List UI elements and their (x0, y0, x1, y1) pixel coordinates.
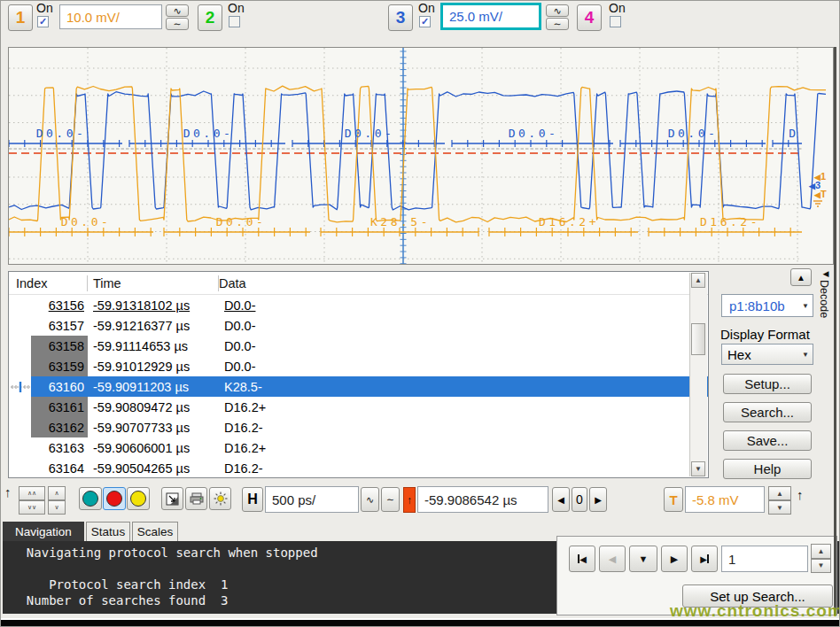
scroll-down-icon[interactable]: ▼ (691, 461, 705, 476)
vertical-offset-spinner[interactable]: ∧ ∨ (48, 486, 66, 515)
search-button[interactable]: Search... (723, 402, 812, 422)
pan-right-icon[interactable]: ▶ (589, 487, 607, 512)
print-icon[interactable] (185, 487, 207, 510)
channel-1-waveshape-noisy-icon[interactable]: ∿ (166, 4, 189, 17)
cell-data: D0.0- (219, 360, 708, 374)
single-button[interactable] (127, 487, 150, 510)
channel-2-on-checkbox[interactable] (229, 16, 240, 27)
channel-4-button[interactable]: 4 (577, 4, 602, 31)
channel-1-waveshape-smooth-icon[interactable]: ∼ (166, 18, 189, 30)
setup-button[interactable]: Setup... (723, 374, 812, 394)
save-button[interactable]: Save... (723, 430, 812, 451)
panel-collapse-up-icon[interactable]: ▲ (790, 268, 812, 286)
table-row[interactable]: 63163 -59.90606001 µs D16.2+ (9, 437, 708, 458)
channel-4-on-checkbox[interactable] (610, 16, 621, 27)
spin-down-icon[interactable]: ∨ (48, 500, 66, 515)
table-row[interactable]: 63164 -59.90504265 µs D16.2- (9, 458, 708, 478)
tab-scales[interactable]: Scales (132, 522, 178, 541)
col-header-index[interactable]: Index (9, 275, 88, 291)
listing-body: 63156 -59.91318102 µs D0.0- 63157 -59.91… (9, 295, 708, 478)
trigger-level-marker-icon[interactable]: ◀T (814, 190, 827, 199)
decode-sidebar[interactable]: ◀ Decode (818, 269, 834, 349)
table-row[interactable]: 63161 -59.90809472 µs D16.2+ (9, 397, 708, 417)
trigger-position-marker-icon[interactable]: ↑ (403, 487, 416, 513)
decode-source-dropdown[interactable]: p1:8b10b ▼ (721, 294, 813, 317)
table-row[interactable]: 63158 -59.91114653 µs D0.0- (9, 336, 708, 356)
spin-up-icon[interactable]: ▲ (811, 544, 831, 559)
display-format-dropdown[interactable]: Hex ▼ (721, 344, 813, 365)
run-button[interactable] (79, 487, 102, 510)
help-button[interactable]: Help (723, 459, 812, 479)
spin-up-icon[interactable]: ∧ (48, 486, 66, 500)
trigger-level-spinner[interactable]: ▲ ▼ (768, 486, 791, 515)
decode-sidebar-label: Decode (818, 280, 830, 318)
tab-status[interactable]: Status (86, 522, 130, 541)
trigger-level-field[interactable]: -5.8 mV (685, 486, 765, 513)
stop-button[interactable] (103, 487, 126, 510)
nav-next-button[interactable]: ▶ (661, 546, 688, 572)
search-index-spinner[interactable]: ▲ ▼ (811, 544, 831, 573)
nav-previous-button[interactable]: ◀ (599, 546, 626, 572)
horizontal-button[interactable]: H (242, 487, 263, 512)
normal-waveform-icon[interactable]: ∼ (381, 487, 400, 512)
table-row[interactable]: 63159 -59.91012929 µs D0.0- (9, 356, 708, 376)
cell-data: D16.2- (219, 461, 708, 476)
svg-text:K28.5-: K28.5- (370, 215, 431, 228)
chevron-down-icon: ▼ (798, 302, 813, 310)
spin-down-icon[interactable]: ▼ (768, 500, 791, 515)
row-gutter (9, 341, 31, 352)
zoom-waveform-icon[interactable]: ∿ (361, 487, 379, 512)
channel-3-button[interactable]: 3 (388, 4, 413, 31)
channel-2-button[interactable]: 2 (198, 4, 222, 31)
channel-3-waveshape-smooth-icon[interactable]: ∼ (546, 18, 569, 30)
decode-source-value: p1:8b10b (722, 298, 785, 314)
spin-down-icon[interactable]: ▼ (811, 559, 831, 574)
search-index-field[interactable]: 1 (721, 546, 808, 572)
listing-scrollbar[interactable]: ▲ ▼ (689, 273, 707, 476)
zero-position-button[interactable]: 0 (572, 487, 587, 512)
svg-text:D0.0-: D0.0- (61, 215, 112, 228)
channel-1-on-checkbox[interactable]: ✓ (37, 16, 49, 27)
cell-time: -59.90707733 µs (88, 421, 219, 435)
channel-2-on-label: On (228, 1, 245, 15)
scroll-up-icon[interactable]: ▲ (691, 273, 705, 288)
nav-first-button[interactable]: ◀ (569, 546, 595, 572)
pan-left-icon[interactable]: ◀ (552, 487, 570, 512)
trigger-button[interactable]: T (664, 487, 683, 512)
screen-capture-icon[interactable] (161, 487, 183, 510)
nav-stop-button[interactable]: ▼ (629, 546, 657, 572)
table-row[interactable]: 63160 -59.90911203 µs K28.5- (9, 376, 708, 397)
spin-down-icon[interactable]: ∨∨ (19, 500, 45, 515)
table-row[interactable]: 63156 -59.91318102 µs D0.0- (9, 295, 708, 315)
spin-up-icon[interactable]: ∧∧ (19, 486, 45, 500)
channel-3-waveshape-noisy-icon[interactable]: ∿ (546, 4, 569, 17)
timebase-field[interactable]: 500 ps/ (265, 486, 359, 513)
watermark: www.cntronics.com (670, 601, 840, 621)
tab-navigation[interactable]: Navigation (3, 522, 84, 541)
row-gutter (9, 300, 31, 311)
channel-3-scale-field[interactable]: 25.0 mV/ (440, 3, 541, 30)
cell-data: D16.2- (219, 421, 708, 435)
channel-3-on-checkbox[interactable]: ✓ (419, 16, 431, 27)
cell-time: -59.91012929 µs (88, 360, 219, 374)
cell-index: 63157 (31, 315, 88, 336)
waveform-display[interactable]: D0.0-D0.0-D0.0-D0.0-D0.0-DD0.0-D0.0-K28.… (8, 47, 834, 265)
nav-last-button[interactable]: ▶ (691, 546, 718, 572)
col-header-data[interactable]: Data (219, 276, 246, 290)
table-row[interactable]: 63162 -59.90707733 µs D16.2- (9, 417, 708, 437)
table-row[interactable]: 63157 -59.91216377 µs D0.0- (9, 315, 708, 336)
svg-text:D16.2+: D16.2+ (539, 215, 599, 228)
channel-4-number: 4 (585, 8, 595, 27)
spin-up-icon[interactable]: ▲ (768, 486, 791, 500)
scrollbar-thumb[interactable] (691, 323, 705, 355)
channel-3-number: 3 (396, 8, 406, 27)
svg-text:D: D (789, 127, 798, 140)
arrow-left-icon: ◀ (818, 269, 834, 278)
vertical-scale-spinner[interactable]: ∧∧ ∨∨ (19, 486, 45, 515)
channel-1-scale-field[interactable]: 10.0 mV/ (59, 4, 162, 29)
svg-text:D16.2-: D16.2- (700, 215, 760, 228)
channel-1-button[interactable]: 1 (8, 4, 33, 31)
col-header-time[interactable]: Time (88, 275, 219, 291)
horizontal-position-field[interactable]: -59.9086542 µs (417, 486, 548, 513)
brightness-icon[interactable] (209, 487, 231, 510)
